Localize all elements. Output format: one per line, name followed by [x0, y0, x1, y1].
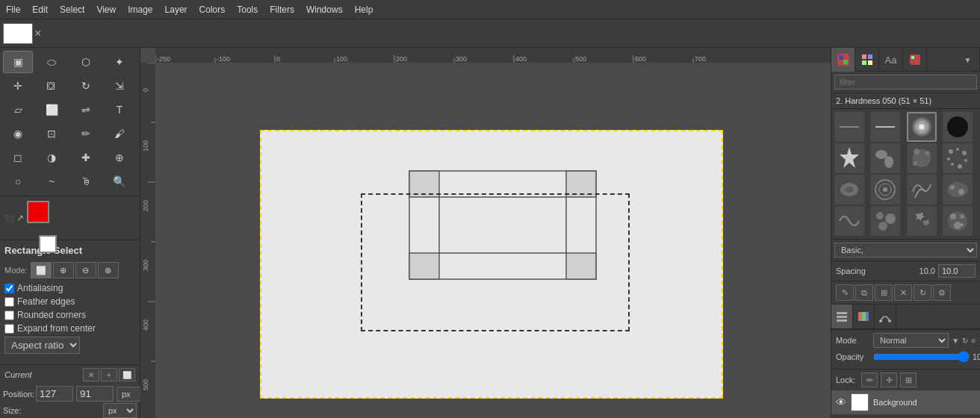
brush-item[interactable] [943, 112, 973, 142]
layer-visibility-icon[interactable]: 👁 [836, 396, 846, 408]
brush-item[interactable] [834, 175, 864, 205]
tool-move[interactable]: ✛ [3, 75, 33, 97]
layer-close-button[interactable]: ✕ [83, 368, 99, 381]
antialiasing-checkbox[interactable] [4, 284, 14, 293]
tab-swatches[interactable] [855, 48, 879, 72]
brush-preset-select[interactable]: Basic, [834, 243, 977, 258]
mode-add-button[interactable]: ⊕ [53, 262, 74, 278]
tool-scale[interactable]: ⇲ [105, 75, 134, 97]
tab-patterns[interactable] [903, 48, 927, 72]
tool-zoom[interactable]: 🔍 [105, 170, 134, 193]
tool-bucket-fill[interactable]: ◉ [3, 122, 33, 145]
fixed-type-select[interactable]: Aspect ratio Width Height Size [4, 337, 80, 354]
mode-subtract-button[interactable]: ⊖ [75, 262, 96, 278]
brush-item-selected[interactable] [907, 112, 937, 142]
tool-perspective[interactable]: ⬜ [37, 99, 66, 121]
brush-item[interactable] [870, 206, 900, 236]
mode-replace-button[interactable]: ⬜ [31, 262, 52, 278]
brush-item[interactable] [943, 206, 973, 236]
size-unit-select[interactable]: px % mm [103, 403, 137, 418]
menu-colors[interactable]: Colors [193, 3, 232, 16]
tab-paths[interactable] [875, 305, 896, 328]
tool-pencil[interactable]: ✏ [71, 122, 101, 145]
menu-help[interactable]: Help [349, 3, 379, 16]
brush-item[interactable] [834, 206, 864, 236]
foreground-color[interactable] [27, 201, 49, 223]
tool-paintbrush[interactable]: 🖌 [105, 122, 134, 145]
mode-refresh-icon[interactable]: ↻ [962, 337, 968, 345]
brush-item[interactable] [870, 175, 900, 205]
layer-new-button[interactable]: + [101, 368, 117, 381]
brush-copy-button[interactable]: ⊞ [875, 284, 893, 301]
position-x-input[interactable] [36, 386, 73, 402]
canvas-area[interactable]: -250 -100 0 100 200 300 400 500 [140, 48, 831, 418]
brush-refresh-button[interactable]: ↻ [914, 284, 931, 301]
rounded-corners-checkbox[interactable] [4, 311, 14, 320]
svg-rect-49 [868, 60, 872, 65]
background-layer-item[interactable]: 👁 Background [831, 390, 980, 414]
menu-tools[interactable]: Tools [231, 3, 264, 16]
opacity-slider[interactable] [873, 351, 970, 363]
tool-smudge[interactable]: ~ [37, 170, 66, 193]
layer-type-button[interactable]: ⬜ [119, 368, 135, 381]
menu-layer[interactable]: Layer [159, 3, 193, 16]
feather-edges-checkbox[interactable] [4, 297, 14, 307]
tool-blend[interactable]: ⊡ [37, 122, 66, 145]
tool-eraser[interactable]: ◻ [3, 146, 33, 169]
mode-intersect-button[interactable]: ⊗ [98, 262, 119, 278]
tab-channels[interactable] [853, 305, 875, 328]
background-color[interactable] [39, 235, 57, 253]
swap-colors-icon[interactable]: ↗ [16, 213, 24, 223]
expand-from-center-checkbox[interactable] [4, 324, 14, 334]
lock-position-button[interactable]: ✛ [881, 372, 897, 387]
brush-item[interactable] [870, 143, 900, 173]
tab-fonts[interactable]: Aa [879, 48, 903, 72]
mode-options-icon[interactable]: ≡ [971, 337, 976, 345]
tool-color-picker[interactable]: 🖰 [71, 170, 101, 193]
lock-pixels-button[interactable]: ✏ [861, 372, 878, 387]
layer-mode-select[interactable]: Normal [873, 333, 949, 348]
menu-filters[interactable]: Filters [264, 3, 300, 16]
position-y-input[interactable] [76, 386, 114, 402]
tool-flip[interactable]: ⇌ [71, 99, 101, 121]
tab-colors[interactable] [831, 48, 855, 72]
tool-rect-select[interactable]: ▣ [3, 51, 33, 73]
menu-edit[interactable]: Edit [26, 3, 54, 16]
brush-item[interactable] [834, 143, 864, 173]
panel-options-button[interactable]: ▼ [956, 48, 980, 72]
brush-item[interactable] [907, 175, 937, 205]
menu-windows[interactable]: Windows [300, 3, 349, 16]
tool-fuzzy-select[interactable]: ✦ [105, 51, 134, 73]
close-preview-button[interactable]: × [34, 27, 41, 40]
brush-item[interactable] [943, 143, 973, 173]
tool-rotate[interactable]: ↻ [71, 75, 101, 97]
menu-select[interactable]: Select [54, 3, 90, 16]
spacing-input[interactable] [938, 264, 976, 278]
tool-text[interactable]: T [105, 99, 134, 121]
tool-free-select[interactable]: ⬡ [71, 51, 101, 73]
tool-ellipse-select[interactable]: ⬭ [37, 51, 66, 73]
tool-airbrush[interactable]: ◑ [37, 146, 66, 169]
brush-item[interactable] [907, 206, 937, 236]
brush-delete-button[interactable]: ✕ [894, 284, 912, 301]
lock-alpha-button[interactable]: ⊞ [900, 372, 917, 387]
tab-layers[interactable] [831, 305, 853, 328]
tool-shear[interactable]: ▱ [3, 99, 33, 121]
brush-edit-button[interactable]: ✎ [836, 284, 854, 301]
tool-heal[interactable]: ✚ [71, 146, 101, 169]
menu-file[interactable]: File [0, 3, 26, 16]
brush-item[interactable] [907, 143, 937, 173]
brush-item[interactable] [834, 112, 864, 142]
tool-crop[interactable]: ⛋ [37, 75, 66, 97]
brush-item[interactable] [870, 112, 900, 142]
tool-dodge[interactable]: ○ [3, 170, 33, 193]
mode-chevron-icon[interactable]: ▼ [952, 337, 959, 345]
brush-filter-input[interactable] [834, 75, 977, 90]
menu-image[interactable]: Image [122, 3, 158, 16]
brush-item[interactable] [943, 175, 973, 205]
tool-clone[interactable]: ⊕ [105, 146, 134, 169]
brush-settings-button[interactable]: ⚙ [933, 284, 951, 301]
reset-colors-icon[interactable]: ⬛ [4, 214, 13, 222]
brush-duplicate-button[interactable]: ⧉ [855, 284, 873, 301]
menu-view[interactable]: View [90, 3, 122, 16]
